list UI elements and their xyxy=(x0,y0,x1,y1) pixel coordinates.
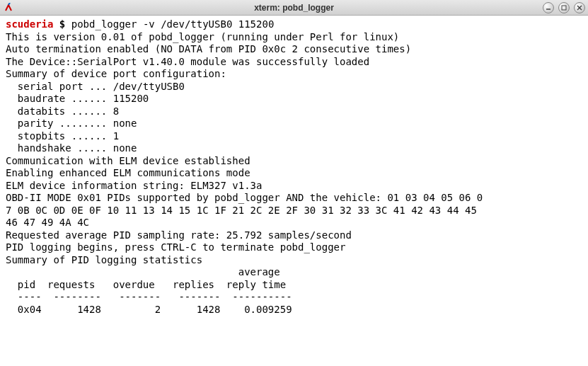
command-text: pobd_logger -v /dev/ttyUSB0 115200 xyxy=(71,18,275,30)
close-button[interactable] xyxy=(574,2,585,13)
output-line: Communication with ELM device establishe… xyxy=(6,155,250,166)
output-line: The Device::SerialPort v1.40.0 module wa… xyxy=(6,56,369,67)
output-line: 7 0B 0C 0D 0E 0F 10 11 13 14 15 1C 1F 21… xyxy=(6,205,483,216)
table-header: pid requests overdue replies reply time xyxy=(6,279,286,290)
output-line: stopbits ...... 1 xyxy=(6,130,119,142)
output-line: serial port ... /dev/ttyUSB0 xyxy=(6,81,185,92)
output-line: baudrate ...... 115200 xyxy=(6,93,149,104)
prompt-separator: $ xyxy=(53,18,71,30)
window-controls xyxy=(543,2,585,13)
svg-rect-1 xyxy=(562,6,566,10)
table-header: average xyxy=(6,266,280,278)
maximize-button[interactable] xyxy=(558,2,570,13)
terminal-output[interactable]: scuderia $ pobd_logger -v /dev/ttyUSB0 1… xyxy=(0,16,588,366)
output-line: databits ...... 8 xyxy=(6,105,119,117)
output-line: Requested average PID sampling rate: 25.… xyxy=(6,229,352,241)
output-line: PID logging begins, press CTRL-C to term… xyxy=(6,241,345,253)
output-line: Summary of PID logging statistics xyxy=(6,254,202,265)
minimize-button[interactable] xyxy=(543,2,554,13)
output-line: ELM device information string: ELM327 v1… xyxy=(6,180,262,191)
output-line: 46 47 49 4A 4C xyxy=(6,217,89,228)
window-title: xterm: pobd_logger xyxy=(254,3,334,13)
window-titlebar: xterm: pobd_logger xyxy=(0,0,588,16)
table-row: 0x04 1428 2 1428 0.009259 xyxy=(6,304,292,315)
table-separator: ---- -------- ------- ------- ---------- xyxy=(6,291,292,302)
output-line: handshake ..... none xyxy=(6,142,137,154)
output-line: OBD-II MODE 0x01 PIDs supported by pobd_… xyxy=(6,192,483,203)
app-icon xyxy=(3,2,14,13)
output-line: Auto termination enabled (NO DATA from P… xyxy=(6,43,411,55)
output-line: Enabling enhanced ELM communications mod… xyxy=(6,167,250,178)
output-line: This is version 0.01 of pobd_logger (run… xyxy=(6,31,399,42)
output-line: Summary of device port configuration: xyxy=(6,68,226,79)
prompt-host: scuderia xyxy=(6,18,53,30)
output-line: parity ........ none xyxy=(6,118,137,129)
